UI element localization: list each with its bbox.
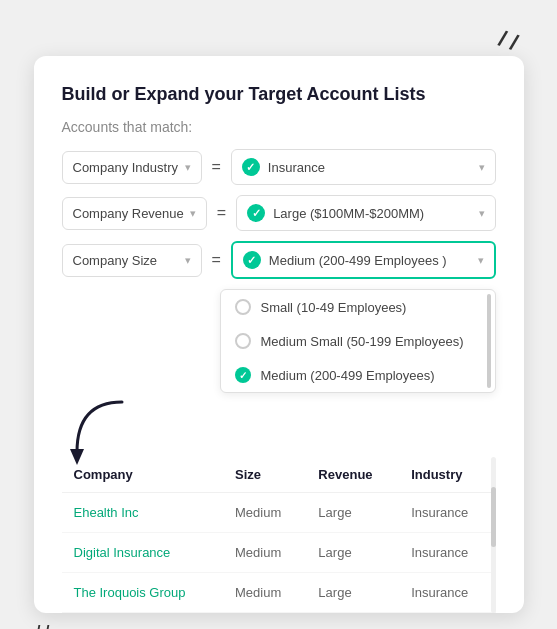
size-label-text: Company Size — [73, 253, 158, 268]
col-industry: Industry — [399, 457, 495, 493]
size-check-icon — [243, 251, 261, 269]
dropdown-option-medium-small-label: Medium Small (50-199 Employees) — [261, 334, 464, 349]
dropdown-scrollbar — [487, 294, 491, 388]
table-row: Digital Insurance Medium Large Insurance — [62, 533, 496, 573]
dropdown-option-medium-small[interactable]: Medium Small (50-199 Employees) — [221, 324, 495, 358]
filter-row-industry: Company Industry ▾ = Insurance ▾ — [62, 149, 496, 185]
dropdown-option-medium[interactable]: Medium (200-499 Employees) — [221, 358, 495, 392]
radio-medium-small — [235, 333, 251, 349]
revenue-equals: = — [215, 204, 228, 222]
size-equals: = — [210, 251, 223, 269]
col-revenue: Revenue — [306, 457, 399, 493]
size-dropdown-panel: Small (10-49 Employees) Medium Small (50… — [220, 289, 496, 393]
curved-arrow-area — [62, 397, 496, 457]
industry-value-chevron: ▾ — [479, 161, 485, 174]
outer-wrapper: / / Build or Expand your Target Account … — [20, 20, 537, 629]
revenue-value-select[interactable]: Large ($100MM-$200MM) ▾ — [236, 195, 495, 231]
results-table-wrapper: Company Size Revenue Industry Ehealth In… — [62, 457, 496, 613]
company-name-1[interactable]: Ehealth Inc — [62, 493, 223, 533]
table-row: The Iroquois Group Medium Large Insuranc… — [62, 573, 496, 613]
company-name-2[interactable]: Digital Insurance — [62, 533, 223, 573]
size-2: Medium — [223, 533, 306, 573]
size-3: Medium — [223, 573, 306, 613]
card-title: Build or Expand your Target Account List… — [62, 84, 496, 105]
industry-check-icon — [242, 158, 260, 176]
deco-bottom-left: / / — [36, 623, 49, 629]
revenue-value-chevron: ▾ — [479, 207, 485, 220]
col-size: Size — [223, 457, 306, 493]
table-row: Ehealth Inc Medium Large Insurance — [62, 493, 496, 533]
revenue-3: Large — [306, 573, 399, 613]
revenue-value-text: Large ($100MM-$200MM) — [273, 206, 424, 221]
industry-1: Insurance — [399, 493, 495, 533]
industry-equals: = — [210, 158, 223, 176]
col-company: Company — [62, 457, 223, 493]
industry-label-select[interactable]: Company Industry ▾ — [62, 151, 202, 184]
filters-section: Build or Expand your Target Account List… — [62, 84, 496, 397]
size-value-chevron: ▾ — [478, 254, 484, 267]
main-card: Build or Expand your Target Account List… — [34, 56, 524, 613]
industry-2: Insurance — [399, 533, 495, 573]
size-label-chevron: ▾ — [185, 254, 191, 267]
industry-value-text: Insurance — [268, 160, 325, 175]
dropdown-option-medium-label: Medium (200-499 Employees) — [261, 368, 435, 383]
size-1: Medium — [223, 493, 306, 533]
table-scrollbar — [491, 457, 496, 613]
industry-label-text: Company Industry — [73, 160, 179, 175]
industry-label-chevron: ▾ — [185, 161, 191, 174]
industry-value-select[interactable]: Insurance ▾ — [231, 149, 496, 185]
size-value-text: Medium (200-499 Employees ) — [269, 253, 447, 268]
size-value-select[interactable]: Medium (200-499 Employees ) ▾ — [231, 241, 496, 279]
radio-small — [235, 299, 251, 315]
size-label-select[interactable]: Company Size ▾ — [62, 244, 202, 277]
company-name-3[interactable]: The Iroquois Group — [62, 573, 223, 613]
revenue-label-text: Company Revenue — [73, 206, 184, 221]
table-header-row: Company Size Revenue Industry — [62, 457, 496, 493]
filter-row-size: Company Size ▾ = Medium (200-499 Employe… — [62, 241, 496, 279]
revenue-check-icon — [247, 204, 265, 222]
dropdown-option-small[interactable]: Small (10-49 Employees) — [221, 290, 495, 324]
dropdown-option-small-label: Small (10-49 Employees) — [261, 300, 407, 315]
revenue-label-select[interactable]: Company Revenue ▾ — [62, 197, 207, 230]
filter-row-revenue: Company Revenue ▾ = Large ($100MM-$200MM… — [62, 195, 496, 231]
accounts-label: Accounts that match: — [62, 119, 496, 135]
industry-3: Insurance — [399, 573, 495, 613]
deco-top-right: / / — [495, 28, 520, 55]
revenue-2: Large — [306, 533, 399, 573]
radio-medium-checked — [235, 367, 251, 383]
revenue-label-chevron: ▾ — [190, 207, 196, 220]
results-table: Company Size Revenue Industry Ehealth In… — [62, 457, 496, 613]
table-scrollbar-thumb — [491, 487, 496, 547]
revenue-1: Large — [306, 493, 399, 533]
